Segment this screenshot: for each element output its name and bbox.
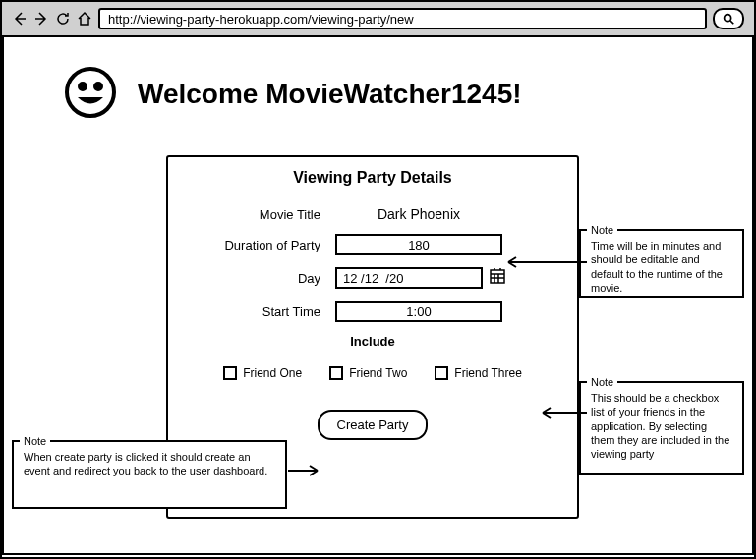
svg-point-0: [725, 15, 731, 22]
duration-input[interactable]: [335, 234, 502, 255]
note-text: This should be a checkbox list of your f…: [591, 392, 729, 460]
note-legend: Note: [587, 375, 617, 389]
friend-checkbox[interactable]: Friend One: [223, 366, 302, 380]
svg-point-2: [80, 84, 86, 89]
checkbox-icon: [223, 366, 237, 380]
friend-label: Friend Three: [454, 366, 521, 380]
day-row: Day: [168, 267, 577, 289]
refresh-icon[interactable]: [55, 11, 71, 27]
panel-title: Viewing Party Details: [168, 157, 577, 195]
checkbox-icon: [329, 366, 343, 380]
movie-title-row: Movie Title Dark Phoenix: [168, 206, 577, 222]
note-legend: Note: [20, 434, 50, 448]
search-button[interactable]: [713, 8, 744, 29]
friends-list: Friend One Friend Two Friend Three: [168, 366, 577, 380]
checkbox-icon: [435, 366, 448, 380]
duration-row: Duration of Party: [168, 234, 577, 255]
arrow-icon: [535, 406, 589, 419]
svg-point-1: [67, 69, 114, 116]
note-text: Time will be in minutes and should be ed…: [591, 240, 723, 294]
include-label: Include: [168, 334, 577, 349]
friend-label: Friend Two: [349, 366, 407, 380]
start-time-row: Start Time: [168, 301, 577, 322]
day-label: Day: [188, 271, 335, 286]
friend-checkbox[interactable]: Friend Three: [435, 366, 521, 380]
start-time-label: Start Time: [188, 305, 335, 319]
duration-label: Duration of Party: [188, 238, 335, 252]
note-text: When create party is clicked it should c…: [24, 451, 267, 476]
home-icon[interactable]: [77, 11, 92, 27]
address-bar[interactable]: [98, 8, 707, 29]
day-input[interactable]: [335, 267, 483, 289]
note-friends: Note This should be a checkbox list of y…: [579, 381, 744, 475]
friend-label: Friend One: [243, 366, 302, 380]
friend-checkbox[interactable]: Friend Two: [329, 366, 407, 380]
calendar-icon[interactable]: [489, 267, 506, 289]
back-icon[interactable]: [12, 11, 28, 27]
browser-toolbar: [2, 2, 754, 37]
movie-title-label: Movie Title: [188, 207, 335, 222]
svg-point-3: [95, 84, 101, 89]
page-content: Welcome MovieWatcher1245! Viewing Party …: [2, 37, 754, 555]
svg-rect-4: [491, 270, 504, 283]
movie-title-value: Dark Phoenix: [335, 206, 502, 222]
smiley-icon: [63, 65, 118, 124]
note-create: Note When create party is clicked it sho…: [12, 440, 287, 509]
arrow-icon: [500, 255, 589, 269]
welcome-title: Welcome MovieWatcher1245!: [138, 79, 522, 110]
start-time-input[interactable]: [335, 301, 502, 322]
create-party-button[interactable]: Create Party: [318, 410, 429, 440]
welcome-header: Welcome MovieWatcher1245!: [4, 37, 752, 124]
forward-icon[interactable]: [33, 11, 49, 27]
arrow-icon: [286, 464, 325, 477]
note-legend: Note: [587, 223, 617, 237]
note-duration: Note Time will be in minutes and should …: [579, 229, 744, 298]
